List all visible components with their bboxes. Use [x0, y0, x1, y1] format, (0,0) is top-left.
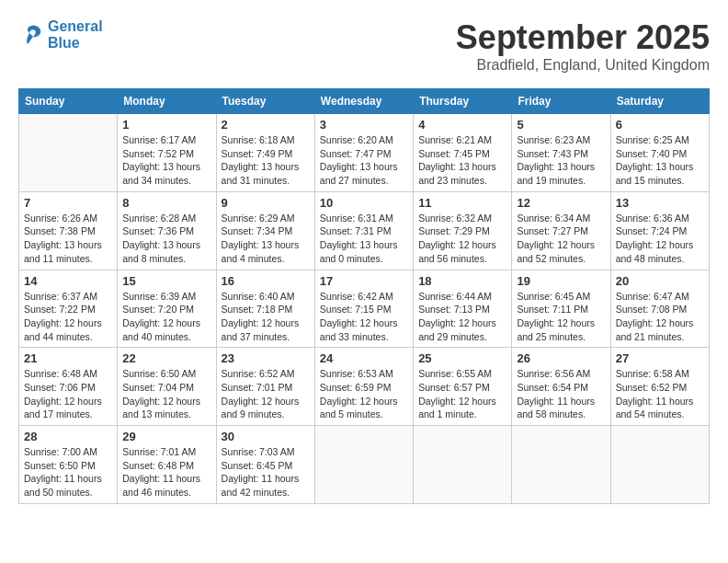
- calendar-cell: 9Sunrise: 6:29 AMSunset: 7:34 PMDaylight…: [216, 191, 314, 270]
- day-number: 12: [517, 196, 605, 210]
- day-info: Sunrise: 6:17 AMSunset: 7:52 PMDaylight:…: [122, 133, 210, 188]
- calendar-header: SundayMondayTuesdayWednesdayThursdayFrid…: [19, 89, 710, 114]
- day-number: 13: [616, 196, 704, 210]
- day-info: Sunrise: 6:26 AMSunset: 7:38 PMDaylight:…: [24, 212, 112, 266]
- day-number: 25: [418, 351, 506, 365]
- calendar-cell: [414, 426, 512, 504]
- day-number: 29: [122, 430, 210, 443]
- day-number: 28: [24, 430, 112, 443]
- calendar-cell: 25Sunrise: 6:55 AMSunset: 6:57 PMDayligh…: [414, 348, 512, 426]
- calendar-cell: 4Sunrise: 6:21 AMSunset: 7:45 PMDaylight…: [414, 114, 512, 192]
- calendar-cell: [512, 426, 610, 504]
- calendar-cell: [19, 114, 118, 192]
- calendar-cell: 10Sunrise: 6:31 AMSunset: 7:31 PMDayligh…: [314, 191, 413, 270]
- day-info: Sunrise: 6:31 AMSunset: 7:31 PMDaylight:…: [320, 212, 408, 266]
- calendar-cell: 14Sunrise: 6:37 AMSunset: 7:22 PMDayligh…: [19, 270, 118, 348]
- calendar-cell: 13Sunrise: 6:36 AMSunset: 7:24 PMDayligh…: [610, 191, 709, 270]
- calendar-cell: 30Sunrise: 7:03 AMSunset: 6:45 PMDayligh…: [216, 426, 314, 504]
- day-number: 30: [222, 430, 310, 443]
- day-info: Sunrise: 6:53 AMSunset: 6:59 PMDaylight:…: [320, 367, 408, 421]
- day-info: Sunrise: 6:52 AMSunset: 7:01 PMDaylight:…: [222, 367, 310, 421]
- day-info: Sunrise: 6:44 AMSunset: 7:13 PMDaylight:…: [418, 290, 506, 344]
- day-number: 20: [616, 274, 704, 288]
- day-info: Sunrise: 6:48 AMSunset: 7:06 PMDaylight:…: [24, 367, 112, 421]
- day-number: 19: [517, 274, 605, 288]
- calendar-cell: 15Sunrise: 6:39 AMSunset: 7:20 PMDayligh…: [118, 270, 216, 348]
- calendar-cell: 3Sunrise: 6:20 AMSunset: 7:47 PMDaylight…: [314, 114, 413, 192]
- day-info: Sunrise: 6:34 AMSunset: 7:27 PMDaylight:…: [517, 212, 605, 266]
- day-header-monday: Monday: [118, 89, 216, 114]
- calendar-cell: 28Sunrise: 7:00 AMSunset: 6:50 PMDayligh…: [19, 426, 118, 504]
- day-number: 3: [320, 118, 408, 132]
- calendar-cell: 21Sunrise: 6:48 AMSunset: 7:06 PMDayligh…: [19, 348, 118, 426]
- day-info: Sunrise: 6:47 AMSunset: 7:08 PMDaylight:…: [616, 290, 704, 344]
- day-info: Sunrise: 6:23 AMSunset: 7:43 PMDaylight:…: [517, 133, 605, 188]
- day-number: 26: [517, 351, 605, 365]
- calendar-cell: 23Sunrise: 6:52 AMSunset: 7:01 PMDayligh…: [216, 348, 314, 426]
- calendar-cell: 20Sunrise: 6:47 AMSunset: 7:08 PMDayligh…: [610, 270, 709, 348]
- day-number: 8: [122, 196, 210, 210]
- calendar-cell: 17Sunrise: 6:42 AMSunset: 7:15 PMDayligh…: [314, 270, 413, 348]
- page-header: General Blue September 2025 Bradfield, E…: [18, 18, 710, 74]
- logo: General Blue: [18, 18, 103, 51]
- day-info: Sunrise: 6:45 AMSunset: 7:11 PMDaylight:…: [517, 290, 605, 344]
- day-info: Sunrise: 6:37 AMSunset: 7:22 PMDaylight:…: [24, 290, 112, 344]
- day-info: Sunrise: 6:36 AMSunset: 7:24 PMDaylight:…: [616, 212, 704, 266]
- calendar-cell: 12Sunrise: 6:34 AMSunset: 7:27 PMDayligh…: [512, 191, 610, 270]
- calendar-cell: 7Sunrise: 6:26 AMSunset: 7:38 PMDaylight…: [19, 191, 118, 270]
- day-info: Sunrise: 6:42 AMSunset: 7:15 PMDaylight:…: [320, 290, 408, 344]
- day-header-friday: Friday: [512, 89, 610, 114]
- calendar-cell: 19Sunrise: 6:45 AMSunset: 7:11 PMDayligh…: [512, 270, 610, 348]
- week-row: 1Sunrise: 6:17 AMSunset: 7:52 PMDaylight…: [19, 114, 710, 192]
- week-row: 7Sunrise: 6:26 AMSunset: 7:38 PMDaylight…: [19, 191, 710, 270]
- calendar-cell: 11Sunrise: 6:32 AMSunset: 7:29 PMDayligh…: [414, 191, 512, 270]
- calendar-cell: 29Sunrise: 7:01 AMSunset: 6:48 PMDayligh…: [118, 426, 216, 504]
- day-info: Sunrise: 6:29 AMSunset: 7:34 PMDaylight:…: [222, 212, 310, 266]
- day-header-wednesday: Wednesday: [314, 89, 413, 114]
- calendar-cell: [314, 426, 413, 504]
- day-number: 23: [222, 351, 310, 365]
- day-info: Sunrise: 6:32 AMSunset: 7:29 PMDaylight:…: [418, 212, 506, 266]
- calendar-cell: 8Sunrise: 6:28 AMSunset: 7:36 PMDaylight…: [118, 191, 216, 270]
- day-number: 15: [122, 274, 210, 288]
- day-info: Sunrise: 7:03 AMSunset: 6:45 PMDaylight:…: [222, 445, 310, 500]
- calendar-cell: 22Sunrise: 6:50 AMSunset: 7:04 PMDayligh…: [118, 348, 216, 426]
- calendar-cell: 5Sunrise: 6:23 AMSunset: 7:43 PMDaylight…: [512, 114, 610, 192]
- day-info: Sunrise: 6:25 AMSunset: 7:40 PMDaylight:…: [616, 133, 704, 188]
- day-header-sunday: Sunday: [19, 89, 118, 114]
- day-info: Sunrise: 6:18 AMSunset: 7:49 PMDaylight:…: [222, 133, 310, 188]
- day-info: Sunrise: 6:58 AMSunset: 6:52 PMDaylight:…: [616, 367, 704, 421]
- calendar-cell: 2Sunrise: 6:18 AMSunset: 7:49 PMDaylight…: [216, 114, 314, 192]
- day-info: Sunrise: 6:28 AMSunset: 7:36 PMDaylight:…: [122, 212, 210, 266]
- day-info: Sunrise: 7:01 AMSunset: 6:48 PMDaylight:…: [122, 445, 210, 500]
- day-number: 16: [222, 274, 310, 288]
- logo-icon: [18, 22, 44, 48]
- calendar-cell: 24Sunrise: 6:53 AMSunset: 6:59 PMDayligh…: [314, 348, 413, 426]
- day-number: 14: [24, 274, 112, 288]
- day-info: Sunrise: 6:20 AMSunset: 7:47 PMDaylight:…: [320, 133, 408, 188]
- day-header-tuesday: Tuesday: [216, 89, 314, 114]
- location: Bradfield, England, United Kingdom: [456, 57, 710, 74]
- day-number: 27: [616, 351, 704, 365]
- day-number: 6: [616, 118, 704, 132]
- week-row: 21Sunrise: 6:48 AMSunset: 7:06 PMDayligh…: [19, 348, 710, 426]
- title-block: September 2025 Bradfield, England, Unite…: [456, 18, 710, 74]
- day-number: 9: [222, 196, 310, 210]
- calendar-cell: 16Sunrise: 6:40 AMSunset: 7:18 PMDayligh…: [216, 270, 314, 348]
- calendar-cell: [610, 426, 709, 504]
- day-number: 2: [222, 118, 310, 132]
- day-number: 11: [418, 196, 506, 210]
- day-number: 24: [320, 351, 408, 365]
- calendar-cell: 18Sunrise: 6:44 AMSunset: 7:13 PMDayligh…: [414, 270, 512, 348]
- week-row: 28Sunrise: 7:00 AMSunset: 6:50 PMDayligh…: [19, 426, 710, 504]
- calendar-cell: 6Sunrise: 6:25 AMSunset: 7:40 PMDaylight…: [610, 114, 709, 192]
- day-header-saturday: Saturday: [610, 89, 709, 114]
- day-number: 17: [320, 274, 408, 288]
- calendar-table: SundayMondayTuesdayWednesdayThursdayFrid…: [18, 88, 710, 504]
- calendar-body: 1Sunrise: 6:17 AMSunset: 7:52 PMDaylight…: [19, 114, 710, 504]
- calendar-cell: 26Sunrise: 6:56 AMSunset: 6:54 PMDayligh…: [512, 348, 610, 426]
- calendar-cell: 27Sunrise: 6:58 AMSunset: 6:52 PMDayligh…: [610, 348, 709, 426]
- month-title: September 2025: [456, 18, 710, 57]
- day-number: 21: [24, 351, 112, 365]
- day-number: 4: [418, 118, 506, 132]
